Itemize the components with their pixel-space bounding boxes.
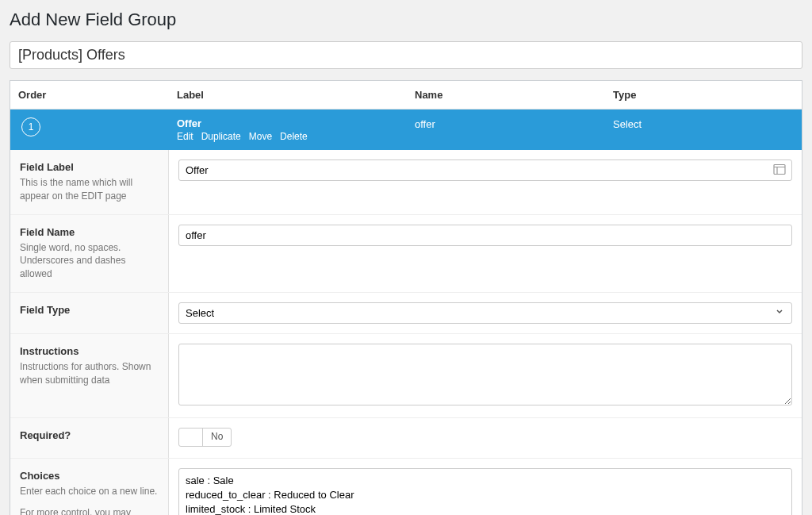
setting-title-required: Required?: [20, 429, 159, 441]
field-label: Offer: [177, 117, 415, 129]
required-toggle[interactable]: No: [178, 428, 232, 447]
setting-desc-field-name: Single word, no spaces. Underscores and …: [20, 241, 159, 281]
action-edit[interactable]: Edit: [177, 131, 193, 142]
setting-title-choices: Choices: [20, 470, 159, 482]
setting-title-field-type: Field Type: [20, 304, 159, 316]
action-duplicate[interactable]: Duplicate: [201, 131, 241, 142]
group-title-input[interactable]: [10, 41, 802, 69]
instructions-textarea[interactable]: [178, 344, 792, 405]
col-header-label: Label: [177, 89, 415, 101]
field-row-offer[interactable]: 1 Offer Edit Duplicate Move Delete offer…: [10, 110, 802, 150]
setting-title-field-label: Field Label: [20, 161, 159, 173]
setting-field-type: Field Type Select: [10, 292, 802, 333]
col-header-type: Type: [613, 89, 794, 101]
setting-title-instructions: Instructions: [20, 345, 159, 357]
page-title: Add New Field Group: [10, 10, 802, 30]
fields-table: Order Label Name Type 1 Offer Edit Dupli…: [10, 80, 802, 515]
field-name-input[interactable]: [178, 225, 792, 246]
required-toggle-label: No: [203, 429, 231, 446]
col-header-order: Order: [18, 89, 177, 101]
field-type: Select: [613, 117, 794, 130]
col-header-name: Name: [415, 89, 613, 101]
action-move[interactable]: Move: [249, 131, 272, 142]
setting-instructions: Instructions Instructions for authors. S…: [10, 333, 802, 417]
order-badge[interactable]: 1: [21, 117, 40, 136]
setting-title-field-name: Field Name: [20, 226, 159, 238]
field-type-select[interactable]: Select: [178, 302, 792, 324]
setting-field-label: Field Label This is the name which will …: [10, 150, 802, 214]
action-delete[interactable]: Delete: [280, 131, 308, 142]
picker-icon[interactable]: [773, 163, 786, 177]
setting-desc-instructions: Instructions for authors. Shown when sub…: [20, 360, 159, 387]
fields-header-row: Order Label Name Type: [10, 81, 802, 110]
choices-textarea[interactable]: [178, 468, 792, 515]
setting-field-name: Field Name Single word, no spaces. Under…: [10, 214, 802, 292]
setting-required: Required? No: [10, 417, 802, 458]
setting-choices: Choices Enter each choice on a new line.…: [10, 458, 802, 515]
setting-desc-field-label: This is the name which will appear on th…: [20, 176, 159, 203]
setting-desc-choices: Enter each choice on a new line. For mor…: [20, 485, 159, 515]
svg-rect-0: [774, 164, 785, 174]
field-label-input[interactable]: [178, 159, 792, 181]
field-name: offer: [415, 117, 613, 130]
